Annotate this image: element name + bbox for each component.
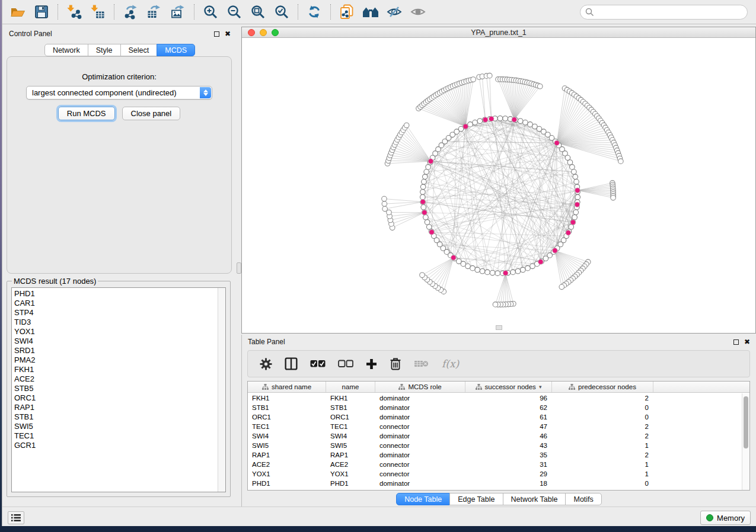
mcds-result-item[interactable]: PMA2 [14, 355, 217, 365]
mcds-result-item[interactable]: TID3 [14, 318, 217, 327]
memory-status-icon [706, 514, 713, 521]
mcds-result-item[interactable]: YOX1 [14, 327, 217, 336]
window-minimize-icon[interactable] [260, 29, 267, 36]
vertical-splitter[interactable] [237, 27, 241, 507]
mcds-list-scrollbar[interactable] [218, 288, 225, 492]
table-settings-button[interactable] [260, 355, 272, 373]
mcds-result-item[interactable]: PHD1 [14, 289, 217, 299]
table-row[interactable]: FKH1FKH1dominator962 [248, 393, 742, 403]
attribute-icon [398, 384, 405, 390]
column-header-shared-name[interactable]: shared name [248, 382, 326, 392]
search-input[interactable] [594, 7, 747, 18]
mcds-result-item[interactable]: CAR1 [14, 299, 217, 308]
mcds-result-item[interactable]: STB5 [14, 384, 217, 393]
show-panels-button[interactable] [8, 511, 24, 524]
save-session-button[interactable] [30, 1, 53, 23]
close-panel-button[interactable]: Close panel [122, 107, 181, 120]
first-neighbors-button[interactable] [359, 1, 382, 23]
column-header-name[interactable]: name [326, 382, 375, 392]
delete-table-button[interactable] [414, 355, 429, 373]
delete-column-button[interactable] [390, 355, 401, 373]
hide-selected-button[interactable] [382, 1, 406, 23]
import-network-button[interactable] [62, 1, 86, 23]
add-column-button[interactable] [366, 355, 377, 373]
show-columns-button[interactable] [285, 355, 298, 373]
table-cell: 1 [552, 442, 653, 449]
table-cell: SWI5 [248, 442, 326, 449]
tab-network-table[interactable]: Network Table [503, 493, 566, 505]
zoom-fit-button[interactable] [246, 1, 270, 23]
mcds-result-item[interactable]: SWI4 [14, 336, 217, 346]
mcds-result-item[interactable]: SWI5 [14, 422, 217, 431]
splitter-handle[interactable] [237, 262, 241, 274]
table-row[interactable]: TEC1TEC1connector472 [248, 422, 742, 431]
network-graph[interactable] [242, 39, 755, 333]
mcds-result-item[interactable]: ACE2 [14, 374, 217, 384]
select-all-button[interactable] [310, 355, 326, 373]
run-mcds-button[interactable]: Run MCDS [58, 107, 115, 120]
close-panel-icon[interactable]: ✖ [744, 338, 750, 345]
function-builder-button[interactable]: f(x) [442, 355, 459, 373]
table-cell: 2 [552, 432, 653, 440]
network-canvas[interactable] [242, 39, 755, 333]
mcds-result-item[interactable]: SRD1 [14, 346, 217, 355]
column-header-successor-nodes[interactable]: successor nodes ▾ [465, 382, 552, 392]
mcds-result-item[interactable]: FKH1 [14, 365, 217, 374]
memory-button[interactable]: Memory [700, 511, 751, 525]
table-row[interactable]: ACE2ACE2connector311 [248, 460, 742, 469]
float-panel-icon[interactable] [733, 339, 739, 345]
table-cell: 31 [465, 461, 552, 468]
toolbar-separator [330, 4, 331, 20]
window-close-icon[interactable] [248, 29, 255, 36]
table-row[interactable]: PHD1PHD1dominator180 [248, 479, 742, 488]
table-row[interactable]: ORC1ORC1dominator610 [248, 412, 742, 422]
control-panel-titlebar: Control Panel ✖ [3, 27, 237, 41]
tab-style[interactable]: Style [88, 44, 121, 56]
tab-select[interactable]: Select [120, 44, 158, 56]
open-file-button[interactable] [6, 1, 30, 23]
clone-network-button[interactable] [335, 1, 359, 23]
show-all-button[interactable] [406, 1, 430, 23]
horizontal-splitter-handle[interactable] [496, 325, 502, 330]
float-panel-icon[interactable] [214, 31, 219, 37]
node-table: shared name name MCDS role [247, 381, 750, 491]
table-row[interactable]: RAP1RAP1dominator352 [248, 450, 742, 460]
table-row[interactable]: YOX1YOX1connector291 [248, 469, 742, 479]
eye-icon [410, 4, 426, 20]
table-cell: dominator [375, 432, 465, 440]
import-table-button[interactable] [86, 1, 110, 23]
export-image-button[interactable] [166, 1, 190, 23]
table-scrollbar[interactable] [742, 393, 749, 490]
close-panel-icon[interactable]: ✖ [225, 30, 231, 37]
export-network-button[interactable] [119, 1, 142, 23]
apply-layout-button[interactable] [302, 1, 326, 23]
table-row[interactable]: SWI5SWI5connector431 [248, 441, 742, 450]
criterion-select[interactable]: largest connected component (undirected) [26, 86, 212, 100]
mcds-result-item[interactable]: STP4 [14, 308, 217, 318]
column-header-filler [653, 382, 749, 392]
mcds-result-item[interactable]: GCR1 [14, 441, 217, 450]
mcds-result-item[interactable]: STB1 [14, 412, 217, 422]
tab-motifs[interactable]: Motifs [565, 493, 601, 505]
window-maximize-icon[interactable] [272, 29, 279, 36]
table-scrollbar-thumb[interactable] [744, 396, 748, 448]
tab-mcds[interactable]: MCDS [157, 44, 195, 56]
mcds-result-item[interactable]: RAP1 [14, 403, 217, 412]
table-row[interactable]: SWI4SWI4dominator462 [248, 431, 742, 441]
export-table-button[interactable] [142, 1, 166, 23]
tab-node-table[interactable]: Node Table [396, 493, 450, 505]
zoom-out-button[interactable] [222, 1, 246, 23]
zoom-selected-button[interactable] [270, 1, 294, 23]
tab-edge-table[interactable]: Edge Table [449, 493, 503, 505]
zoom-in-button[interactable] [199, 1, 222, 23]
column-header-predecessor-nodes[interactable]: predecessor nodes [552, 382, 653, 392]
mcds-result-item[interactable]: TEC1 [14, 431, 217, 441]
column-header-mcds-role[interactable]: MCDS role [375, 382, 465, 392]
table-cell: connector [375, 461, 465, 468]
table-cell: STB1 [326, 404, 375, 411]
table-row[interactable]: STB1STB1dominator620 [248, 403, 742, 412]
tab-network[interactable]: Network [44, 44, 88, 56]
deselect-all-button[interactable] [338, 355, 353, 373]
mcds-result-item[interactable]: ORC1 [14, 393, 217, 403]
table-cell: FKH1 [326, 395, 375, 402]
